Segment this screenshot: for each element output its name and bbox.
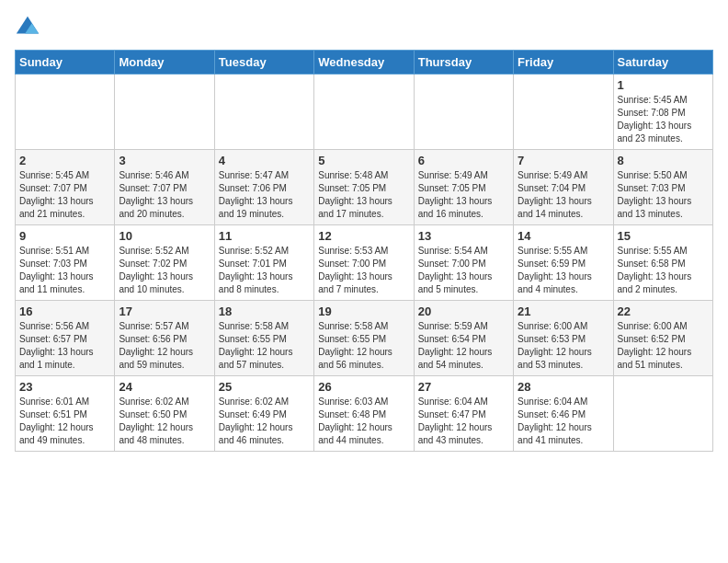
weekday-header-monday: Monday [115,51,214,75]
calendar-cell: 14Sunrise: 5:55 AM Sunset: 6:59 PM Dayli… [514,225,613,301]
day-number: 9 [19,229,110,243]
weekday-header-row: SundayMondayTuesdayWednesdayThursdayFrid… [16,51,713,75]
day-number: 25 [219,380,310,394]
day-info: Sunrise: 5:45 AM Sunset: 7:08 PM Dayligh… [618,94,709,145]
day-info: Sunrise: 5:51 AM Sunset: 7:03 PM Dayligh… [19,245,110,296]
day-info: Sunrise: 6:04 AM Sunset: 6:47 PM Dayligh… [418,396,509,447]
calendar-cell: 13Sunrise: 5:54 AM Sunset: 7:00 PM Dayli… [414,225,513,301]
day-number: 7 [518,154,609,167]
day-number: 15 [618,229,709,243]
calendar-cell: 11Sunrise: 5:52 AM Sunset: 7:01 PM Dayli… [214,225,313,301]
day-number: 12 [318,229,409,243]
calendar-cell [214,75,313,150]
calendar-cell: 21Sunrise: 6:00 AM Sunset: 6:53 PM Dayli… [514,301,613,376]
calendar-table: SundayMondayTuesdayWednesdayThursdayFrid… [15,50,713,452]
calendar-cell: 7Sunrise: 5:49 AM Sunset: 7:04 PM Daylig… [514,150,613,225]
weekday-header-saturday: Saturday [613,51,712,75]
calendar-cell: 26Sunrise: 6:03 AM Sunset: 6:48 PM Dayli… [314,376,414,452]
day-number: 13 [418,229,509,243]
day-number: 10 [119,229,210,243]
week-row-3: 9Sunrise: 5:51 AM Sunset: 7:03 PM Daylig… [16,225,713,301]
day-info: Sunrise: 5:45 AM Sunset: 7:07 PM Dayligh… [19,169,110,221]
calendar-cell: 9Sunrise: 5:51 AM Sunset: 7:03 PM Daylig… [16,225,115,301]
day-number: 17 [119,304,210,318]
week-row-1: 1Sunrise: 5:45 AM Sunset: 7:08 PM Daylig… [16,75,713,150]
day-number: 16 [19,304,110,318]
calendar-cell: 6Sunrise: 5:49 AM Sunset: 7:05 PM Daylig… [414,150,513,225]
day-number: 2 [19,154,110,167]
calendar-cell: 28Sunrise: 6:04 AM Sunset: 6:46 PM Dayli… [514,376,613,452]
calendar-cell [613,376,712,452]
calendar-cell: 17Sunrise: 5:57 AM Sunset: 6:56 PM Dayli… [115,301,214,376]
day-info: Sunrise: 5:52 AM Sunset: 7:01 PM Dayligh… [219,245,310,296]
calendar-cell: 1Sunrise: 5:45 AM Sunset: 7:08 PM Daylig… [613,75,712,150]
weekday-header-sunday: Sunday [16,51,115,75]
day-number: 18 [219,304,310,318]
week-row-2: 2Sunrise: 5:45 AM Sunset: 7:07 PM Daylig… [16,150,713,225]
day-info: Sunrise: 6:01 AM Sunset: 6:51 PM Dayligh… [19,396,110,447]
day-info: Sunrise: 5:59 AM Sunset: 6:54 PM Dayligh… [418,320,509,372]
calendar-cell: 12Sunrise: 5:53 AM Sunset: 7:00 PM Dayli… [314,225,414,301]
calendar-cell: 15Sunrise: 5:55 AM Sunset: 6:58 PM Dayli… [613,225,712,301]
day-info: Sunrise: 6:02 AM Sunset: 6:50 PM Dayligh… [119,396,210,447]
calendar-cell: 25Sunrise: 6:02 AM Sunset: 6:49 PM Dayli… [214,376,313,452]
weekday-header-tuesday: Tuesday [214,51,313,75]
weekday-header-thursday: Thursday [414,51,513,75]
calendar-cell [514,75,613,150]
day-number: 1 [618,78,709,92]
day-info: Sunrise: 5:58 AM Sunset: 6:55 PM Dayligh… [318,320,409,372]
day-info: Sunrise: 6:00 AM Sunset: 6:52 PM Dayligh… [618,320,709,372]
day-info: Sunrise: 5:55 AM Sunset: 6:59 PM Dayligh… [518,245,609,296]
day-info: Sunrise: 5:50 AM Sunset: 7:03 PM Dayligh… [618,169,709,221]
day-info: Sunrise: 5:53 AM Sunset: 7:00 PM Dayligh… [318,245,409,296]
calendar-cell: 24Sunrise: 6:02 AM Sunset: 6:50 PM Dayli… [115,376,214,452]
day-number: 27 [418,380,509,394]
calendar-cell: 8Sunrise: 5:50 AM Sunset: 7:03 PM Daylig… [613,150,712,225]
calendar-cell: 3Sunrise: 5:46 AM Sunset: 7:07 PM Daylig… [115,150,214,225]
week-row-4: 16Sunrise: 5:56 AM Sunset: 6:57 PM Dayli… [16,301,713,376]
day-number: 8 [618,154,709,167]
weekday-header-friday: Friday [514,51,613,75]
week-row-5: 23Sunrise: 6:01 AM Sunset: 6:51 PM Dayli… [16,376,713,452]
day-number: 5 [318,154,409,167]
day-number: 4 [219,154,310,167]
day-info: Sunrise: 5:58 AM Sunset: 6:55 PM Dayligh… [219,320,310,372]
day-number: 24 [119,380,210,394]
day-number: 14 [518,229,609,243]
day-number: 6 [418,154,509,167]
calendar-cell: 5Sunrise: 5:48 AM Sunset: 7:05 PM Daylig… [314,150,414,225]
day-number: 19 [318,304,409,318]
day-info: Sunrise: 5:49 AM Sunset: 7:05 PM Dayligh… [418,169,509,221]
day-info: Sunrise: 6:04 AM Sunset: 6:46 PM Dayligh… [518,396,609,447]
day-number: 28 [518,380,609,394]
day-number: 22 [618,304,709,318]
calendar-cell: 19Sunrise: 5:58 AM Sunset: 6:55 PM Dayli… [314,301,414,376]
day-info: Sunrise: 6:03 AM Sunset: 6:48 PM Dayligh… [318,396,409,447]
day-info: Sunrise: 6:02 AM Sunset: 6:49 PM Dayligh… [219,396,310,447]
calendar-cell [414,75,513,150]
day-info: Sunrise: 5:46 AM Sunset: 7:07 PM Dayligh… [119,169,210,221]
day-number: 3 [119,154,210,167]
calendar-cell: 16Sunrise: 5:56 AM Sunset: 6:57 PM Dayli… [16,301,115,376]
calendar-cell: 4Sunrise: 5:47 AM Sunset: 7:06 PM Daylig… [214,150,313,225]
day-number: 11 [219,229,310,243]
day-info: Sunrise: 5:52 AM Sunset: 7:02 PM Dayligh… [119,245,210,296]
calendar-cell: 2Sunrise: 5:45 AM Sunset: 7:07 PM Daylig… [16,150,115,225]
day-number: 23 [19,380,110,394]
logo-icon [15,15,40,40]
page: SundayMondayTuesdayWednesdayThursdayFrid… [0,0,728,461]
day-number: 20 [418,304,509,318]
calendar-cell [115,75,214,150]
calendar-cell: 10Sunrise: 5:52 AM Sunset: 7:02 PM Dayli… [115,225,214,301]
day-info: Sunrise: 5:49 AM Sunset: 7:04 PM Dayligh… [518,169,609,221]
calendar-cell: 22Sunrise: 6:00 AM Sunset: 6:52 PM Dayli… [613,301,712,376]
header [15,15,713,40]
calendar-cell: 23Sunrise: 6:01 AM Sunset: 6:51 PM Dayli… [16,376,115,452]
day-number: 26 [318,380,409,394]
calendar-cell: 18Sunrise: 5:58 AM Sunset: 6:55 PM Dayli… [214,301,313,376]
calendar-cell [16,75,115,150]
day-info: Sunrise: 5:55 AM Sunset: 6:58 PM Dayligh… [618,245,709,296]
calendar-cell: 27Sunrise: 6:04 AM Sunset: 6:47 PM Dayli… [414,376,513,452]
day-info: Sunrise: 5:57 AM Sunset: 6:56 PM Dayligh… [119,320,210,372]
day-info: Sunrise: 5:56 AM Sunset: 6:57 PM Dayligh… [19,320,110,372]
